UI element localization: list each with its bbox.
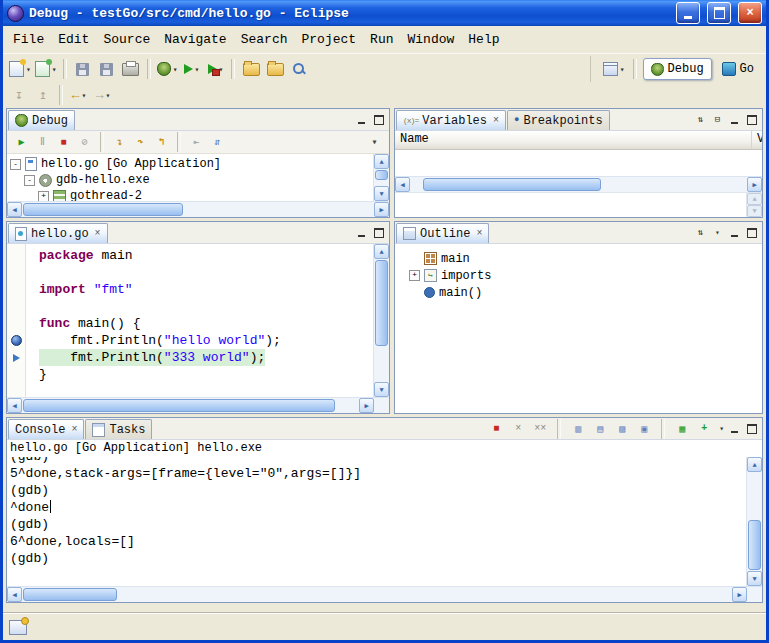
scroll-thumb[interactable]	[23, 588, 117, 601]
scroll-thumb[interactable]	[748, 520, 761, 570]
menu-item-source[interactable]: Source	[96, 29, 157, 50]
scroll-up-button[interactable]: ▲	[374, 244, 389, 259]
minimize-view-button[interactable]	[728, 114, 741, 126]
tab-debug[interactable]: Debug	[8, 110, 75, 130]
next-annotation-button[interactable]: ↧	[7, 84, 31, 106]
scroll-thumb[interactable]	[23, 203, 183, 216]
dropdown-icon[interactable]: ▾	[81, 91, 86, 100]
column-value[interactable]: Value	[752, 131, 762, 149]
scroll-down-button[interactable]: ▼	[374, 382, 389, 397]
new-go-element-button[interactable]: ▾	[33, 58, 59, 80]
disconnect-button[interactable]: ⊘	[75, 133, 94, 151]
outline-item[interactable]: +↪imports	[409, 267, 762, 284]
scroll-down-button[interactable]: ▼	[747, 571, 762, 586]
minimize-view-button[interactable]	[355, 114, 368, 126]
menu-item-help[interactable]: Help	[461, 29, 506, 50]
print-button[interactable]	[119, 58, 143, 80]
word-wrap-button[interactable]: ▨	[613, 420, 631, 437]
menu-item-edit[interactable]: Edit	[51, 29, 96, 50]
back-button[interactable]: ←▾	[67, 84, 91, 106]
code-area[interactable]: package main import "fmt" func main() { …	[26, 244, 373, 397]
dropdown-icon[interactable]: ▾	[26, 65, 31, 74]
perspective-go[interactable]: Go	[714, 58, 762, 80]
tree-expander[interactable]: -	[10, 159, 21, 170]
debug-tree[interactable]: -hello.go [Go Application]-gdb-hello.exe…	[7, 154, 373, 201]
step-filters-button[interactable]: ⇵	[208, 133, 227, 151]
minimize-view-button[interactable]	[728, 227, 741, 239]
pin-console-button[interactable]: ▣	[635, 420, 653, 437]
terminate-button[interactable]: ■	[487, 420, 505, 437]
minimize-view-button[interactable]	[728, 423, 741, 435]
external-tools-button[interactable]: ▾	[203, 58, 227, 80]
menu-item-run[interactable]: Run	[363, 29, 400, 50]
terminate-button[interactable]: ■	[54, 133, 73, 151]
scroll-up-button[interactable]: ▲	[747, 193, 762, 205]
scroll-right-button[interactable]: ▶	[359, 398, 374, 413]
fast-view-icon[interactable]	[9, 620, 27, 635]
scroll-right-button[interactable]: ▶	[732, 587, 747, 602]
minimize-button[interactable]	[676, 2, 700, 24]
scroll-lock-button[interactable]: ▤	[591, 420, 609, 437]
scroll-left-button[interactable]: ◀	[7, 398, 22, 413]
scroll-down-button[interactable]: ▼	[374, 186, 389, 201]
scroll-left-button[interactable]: ◀	[7, 202, 22, 217]
menu-item-project[interactable]: Project	[294, 29, 363, 50]
variables-tree[interactable]	[395, 150, 762, 176]
variables-detail-pane[interactable]: ▲ ▼	[395, 192, 762, 217]
tab-hello-go[interactable]: hello.go ×	[8, 223, 108, 243]
scroll-right-button[interactable]: ▶	[747, 177, 762, 192]
editor-gutter[interactable]	[7, 244, 26, 397]
scroll-thumb[interactable]	[375, 260, 388, 346]
show-type-names-button[interactable]: ⇅	[694, 114, 707, 126]
search-button[interactable]	[287, 58, 311, 80]
view-menu-button[interactable]: ▾	[365, 133, 384, 151]
outline-item[interactable]: main	[409, 250, 762, 267]
close-button[interactable]: ×	[738, 2, 762, 24]
maximize-button[interactable]	[707, 2, 731, 24]
dropdown-icon[interactable]: ▾	[173, 65, 178, 74]
perspective-debug[interactable]: Debug	[643, 58, 712, 80]
title-bar[interactable]: Debug - testGo/src/cmd/hello.go - Eclips…	[3, 0, 766, 26]
column-name[interactable]: Name	[395, 131, 752, 149]
scroll-thumb[interactable]	[423, 178, 600, 191]
suspend-button[interactable]: Ⅱ	[33, 133, 52, 151]
view-menu-button[interactable]: ▾	[711, 227, 724, 239]
open-console-button[interactable]: +	[695, 420, 713, 437]
step-return-button[interactable]: ↰	[152, 133, 171, 151]
maximize-view-button[interactable]	[372, 114, 385, 126]
tab-outline[interactable]: Outline ×	[396, 223, 489, 243]
console-output[interactable]: (gdb) 5^done,stack-args=[frame={level="0…	[7, 457, 746, 586]
prev-annotation-button[interactable]: ↥	[31, 84, 55, 106]
debug-tree-row[interactable]: -hello.go [Go Application]	[7, 156, 373, 172]
debug-tree-row[interactable]: +gothread-2	[7, 188, 373, 201]
close-tab-icon[interactable]: ×	[493, 115, 499, 126]
tab-breakpoints[interactable]: ● Breakpoints	[507, 110, 610, 130]
minimize-view-button[interactable]	[355, 227, 368, 239]
remove-launch-button[interactable]: ×	[509, 420, 527, 437]
forward-button[interactable]: →▾	[91, 84, 115, 106]
tree-expander[interactable]: +	[38, 191, 49, 202]
scroll-right-button[interactable]: ▶	[374, 202, 389, 217]
menu-item-navigate[interactable]: Navigate	[157, 29, 233, 50]
breakpoint-marker[interactable]	[11, 335, 22, 346]
dropdown-icon[interactable]: ▾	[105, 91, 110, 100]
tree-expander[interactable]: -	[24, 175, 35, 186]
dropdown-icon[interactable]: ▾	[195, 65, 200, 74]
tree-expander[interactable]: +	[409, 270, 420, 281]
maximize-view-button[interactable]	[372, 227, 385, 239]
maximize-view-button[interactable]	[745, 423, 758, 435]
open-folder-button[interactable]	[239, 58, 263, 80]
display-selected-console-button[interactable]: ▦	[673, 420, 691, 437]
close-tab-icon[interactable]: ×	[71, 424, 77, 435]
resume-button[interactable]: ▶	[12, 133, 31, 151]
step-over-button[interactable]: ↷	[131, 133, 150, 151]
debug-tree-row[interactable]: -gdb-hello.exe	[7, 172, 373, 188]
maximize-view-button[interactable]	[745, 227, 758, 239]
open-perspective-button[interactable]: ▾	[601, 58, 627, 80]
scroll-up-button[interactable]: ▲	[374, 154, 389, 169]
clear-console-button[interactable]: ▥	[569, 420, 587, 437]
debug-launch-button[interactable]: ▾	[155, 58, 180, 80]
drop-to-frame-button[interactable]: ⇤	[187, 133, 206, 151]
tab-variables[interactable]: (x)= Variables ×	[396, 110, 506, 130]
step-into-button[interactable]: ↴	[110, 133, 129, 151]
